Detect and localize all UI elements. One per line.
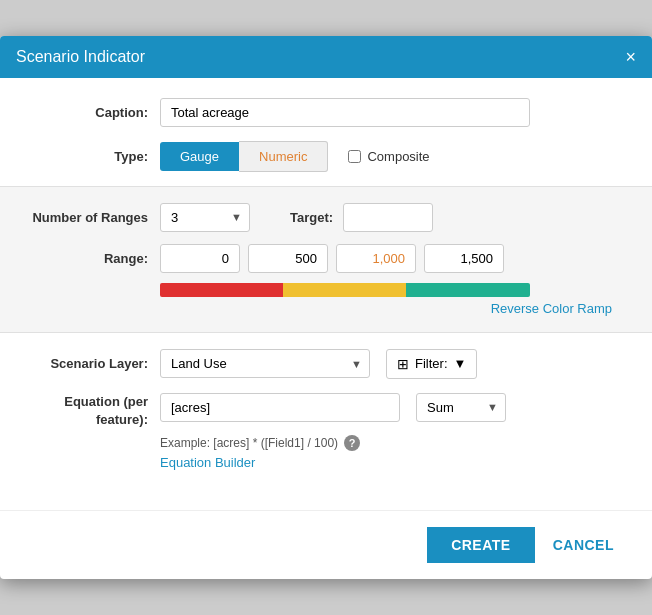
range-input-0[interactable] [160,244,240,273]
equation-row: Equation (per feature): Sum Average Coun… [30,393,622,429]
color-ramp-row [30,283,622,297]
equation-builder-link[interactable]: Equation Builder [160,455,255,470]
gauge-button[interactable]: Gauge [160,142,239,171]
target-label: Target: [290,210,333,225]
dialog-body: Caption: Type: Gauge Numeric Composite N… [0,78,652,500]
ranges-select-wrapper: 3 2 4 5 ▼ [160,203,250,232]
equation-input[interactable] [160,393,400,422]
sum-select-wrapper: Sum Average Count ▼ [416,393,506,422]
range-inputs [160,244,504,273]
filter-dropdown-arrow: ▼ [454,356,467,371]
equation-label: Equation (per feature): [30,393,160,429]
scenario-layer-select[interactable]: Land Use Option 2 [160,349,370,378]
create-button[interactable]: CREATE [427,527,535,563]
color-ramp [160,283,530,297]
equation-builder-row: Equation Builder [30,455,622,470]
composite-label[interactable]: Composite [348,149,429,164]
scenario-indicator-dialog: Scenario Indicator × Caption: Type: Gaug… [0,36,652,579]
range-row: Range: [30,244,622,273]
dialog-title: Scenario Indicator [16,48,145,66]
ranges-section: Number of Ranges 3 2 4 5 ▼ Target: [0,186,652,333]
equation-inputs: Sum Average Count ▼ [160,393,506,422]
numeric-button[interactable]: Numeric [239,141,328,172]
reverse-color-ramp-row: Reverse Color Ramp [30,301,622,316]
scenario-layer-row: Scenario Layer: Land Use Option 2 ▼ ⊞ Fi… [30,349,622,379]
caption-input[interactable] [160,98,530,127]
filter-label: Filter: [415,356,448,371]
example-text: Example: [acres] * ([Field1] / 100) [160,436,338,450]
dialog-header: Scenario Indicator × [0,36,652,78]
composite-checkbox[interactable] [348,150,361,163]
type-label: Type: [30,149,160,164]
filter-icon: ⊞ [397,356,409,372]
cancel-button[interactable]: CANCEL [535,527,632,563]
range-input-1[interactable] [248,244,328,273]
target-input[interactable] [343,203,433,232]
dialog-footer: CREATE CANCEL [0,510,652,579]
caption-row: Caption: [30,98,622,127]
reverse-color-ramp-link[interactable]: Reverse Color Ramp [491,301,612,316]
example-row: Example: [acres] * ([Field1] / 100) ? [30,435,622,451]
layer-select-wrapper: Land Use Option 2 ▼ [160,349,370,378]
range-label: Range: [30,251,160,266]
number-of-ranges-row: Number of Ranges 3 2 4 5 ▼ Target: [30,203,622,232]
type-options: Gauge Numeric Composite [160,141,430,172]
composite-text: Composite [367,149,429,164]
range-input-2[interactable] [336,244,416,273]
ranges-select[interactable]: 3 2 4 5 [160,203,250,232]
range-input-3[interactable] [424,244,504,273]
type-row: Type: Gauge Numeric Composite [30,141,622,172]
number-of-ranges-label: Number of Ranges [30,210,160,225]
scenario-layer-label: Scenario Layer: [30,356,160,371]
bottom-section: Scenario Layer: Land Use Option 2 ▼ ⊞ Fi… [30,333,622,480]
target-group: Target: [290,203,433,232]
caption-label: Caption: [30,105,160,120]
filter-button[interactable]: ⊞ Filter: ▼ [386,349,477,379]
sum-select[interactable]: Sum Average Count [416,393,506,422]
close-button[interactable]: × [625,48,636,66]
help-icon[interactable]: ? [344,435,360,451]
